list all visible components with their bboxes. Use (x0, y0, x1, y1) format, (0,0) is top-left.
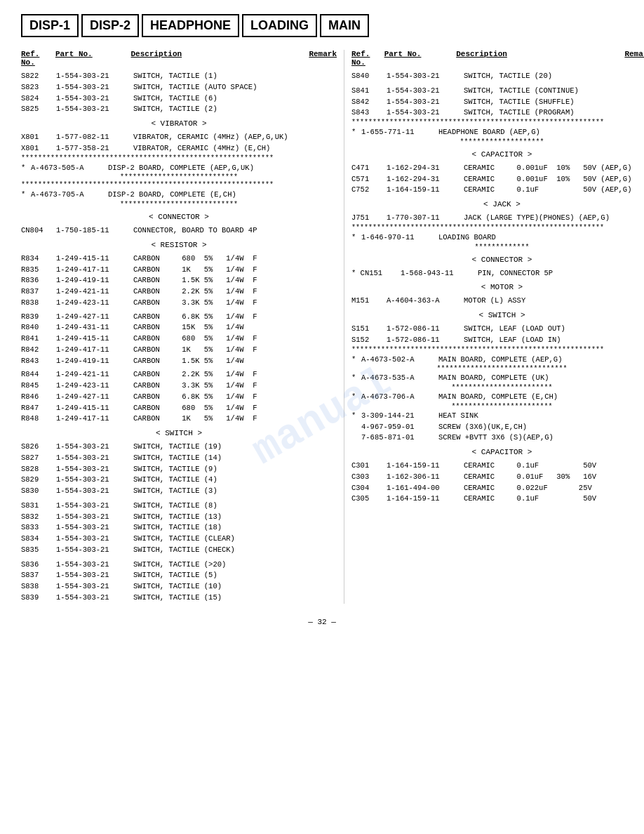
list-item: S8421-554-303-21SWITCH, TACTILE (SHUFFLE… (351, 97, 644, 108)
list-item: * CN1511-568-943-11PIN, CONNECTOR 5P (351, 268, 644, 279)
list-item: R8371-249-421-11CARBON 2.2K 5% 1/4W F (21, 286, 337, 298)
stars-right-1: ****************************************… (351, 119, 644, 127)
vibrator-rows: X8011-577-082-11VIBRATOR, CERAMIC (4MHz)… (21, 132, 337, 154)
list-item: S8271-554-303-21SWITCH, TACTILE (14) (21, 453, 337, 464)
board2-row: * A-4673-705-A DISP-2 BOARD, COMPLETE (E… (21, 190, 337, 201)
list-item: C3051-164-159-11CERAMIC 0.1uF 50V (351, 494, 644, 505)
header: DISP-1 DISP-2 HEADPHONE LOADING MAIN (21, 14, 623, 37)
list-item: S8341-554-303-21SWITCH, TACTILE (CLEAR) (21, 534, 337, 545)
switch-rows-2: S8261-554-303-21SWITCH, TACTILE (19) S82… (21, 442, 337, 497)
list-item: R8381-249-423-11CARBON 3.3K 5% 1/4W F (21, 298, 337, 309)
right-switches-top: S8401-554-303-21SWITCH, TACTILE (20) S84… (351, 71, 644, 119)
jack-title: < JACK > (351, 200, 644, 208)
connector-title-right: < CONNECTOR > (351, 256, 644, 264)
tab-headphone[interactable]: HEADPHONE (142, 14, 239, 37)
list-item: R8361-249-419-11CARBON 1.5K 5% 1/4W F (21, 275, 337, 286)
switch-rows-top: S8221-554-303-21SWITCH, TACTILE (1) S823… (21, 71, 337, 115)
list-item: R8451-249-423-11CARBON 3.3K 5% 1/4W F (21, 380, 337, 392)
list-item: S8321-554-303-21SWITCH, TACTILE (13) (21, 512, 337, 523)
switch-title-right: < SWITCH > (351, 311, 644, 319)
loading-stars: ************* (351, 244, 644, 251)
list-item: R8431-249-419-11CARBON 1.5K 5% 1/4W (21, 356, 337, 367)
list-item: S8391-554-303-21SWITCH, TACTILE (15) (21, 593, 337, 604)
tab-disp1[interactable]: DISP-1 (21, 14, 79, 37)
col-headers-left: Ref. No. Part No. Description Remark (21, 50, 337, 67)
list-item: S8411-554-303-21SWITCH, TACTILE (CONTINU… (351, 86, 644, 97)
list-item: S8241-554-303-21SWITCH, TACTILE (6) (21, 93, 337, 105)
list-item: R8341-249-415-11CARBON 680 5% 1/4W F (21, 253, 337, 265)
stars-right-2: ****************************************… (351, 224, 644, 232)
main3-row: * A-4673-706-A MAIN BOARD, COMPLETE (E,C… (351, 392, 644, 403)
main1-row: * A-4673-502-A MAIN BOARD, COMPLETE (AEP… (351, 355, 644, 366)
stars-1: ****************************************… (21, 154, 337, 163)
headphone-row: * 1-655-771-11 HEADPHONE BOARD (AEP,G) (351, 127, 644, 138)
list-item: CN8041-750-185-11CONNECTOR, BOARD TO BOA… (21, 225, 337, 237)
main2-row: * A-4673-535-A MAIN BOARD, COMPLETE (UK) (351, 373, 644, 384)
list-item: S8221-554-303-21SWITCH, TACTILE (1) (21, 71, 337, 82)
capacitor-title-right: < CAPACITOR > (351, 150, 644, 159)
page-number: — 32 — (21, 618, 623, 626)
header-remark-right: Remark (613, 50, 644, 67)
list-item: 7-685-871-01SCREW +BVTT 3X6 (S)(AEP,G) (351, 432, 644, 444)
list-item: S1521-572-086-11SWITCH, LEAF (LOAD IN) (351, 335, 644, 346)
list-item: S1511-572-086-11SWITCH, LEAF (LOAD OUT) (351, 324, 644, 335)
main3-stars: ************************ (351, 403, 644, 411)
list-item: R8351-249-417-11CARBON 1K 5% 1/4W F (21, 265, 337, 276)
headphone-stars: ******************** (351, 138, 644, 146)
vibrator-title: < VIBRATOR > (21, 119, 337, 128)
list-item: C5711-162-294-31CERAMIC 0.001uF 10% 50V … (351, 174, 644, 185)
left-column: Ref. No. Part No. Description Remark S82… (21, 50, 344, 604)
main-content: Ref. No. Part No. Description Remark S82… (21, 50, 623, 604)
list-item: S8291-554-303-21SWITCH, TACTILE (4) (21, 475, 337, 486)
resistor-title: < RESISTOR > (21, 241, 337, 249)
stars-right-3: ****************************************… (351, 346, 644, 355)
list-item: C3031-162-306-11CERAMIC 0.01uF 30% 16V (351, 472, 644, 483)
list-item: C3041-161-494-00CERAMIC 0.022uF 25V (351, 483, 644, 494)
list-item: X8011-577-358-21VIBRATOR, CERAMIC (4MHz)… (21, 143, 337, 154)
tab-loading[interactable]: LOADING (242, 14, 317, 37)
list-item: R8441-249-421-11CARBON 2.2K 5% 1/4W F (21, 369, 337, 380)
right-column: Ref. No. Part No. Description Remark S84… (344, 50, 644, 604)
list-item: X8011-577-082-11VIBRATOR, CERAMIC (4MHz)… (21, 132, 337, 143)
header-remark-left: Remark (295, 50, 337, 67)
header-refno-left: Ref. No. (21, 50, 55, 67)
list-item: S8361-554-303-21SWITCH, TACTILE (>20) (21, 560, 337, 571)
connector-title-left: < CONNECTOR > (21, 213, 337, 221)
right-switch-rows: S1511-572-086-11SWITCH, LEAF (LOAD OUT) … (351, 324, 644, 346)
tab-main[interactable]: MAIN (320, 14, 369, 37)
main2-stars: ************************ (351, 384, 644, 392)
col-headers-right: Ref. No. Part No. Description Remark (351, 50, 644, 67)
list-item: R8471-249-415-11CARBON 680 5% 1/4W F (21, 403, 337, 414)
list-item: R8461-249-427-11CARBON 6.8K 5% 1/4W F (21, 392, 337, 403)
list-item: S8251-554-303-21SWITCH, TACTILE (2) (21, 104, 337, 115)
loading-row: * 1-646-970-11 LOADING BOARD (351, 232, 644, 244)
list-item: R8421-249-417-11CARBON 1K 5% 1/4W F (21, 345, 337, 356)
stars-2: ****************************************… (21, 181, 337, 190)
list-item: C4711-162-294-31CERAMIC 0.001uF 10% 50V … (351, 163, 644, 174)
list-item: S8401-554-303-21SWITCH, TACTILE (20) (351, 71, 644, 82)
list-item: S8371-554-303-21SWITCH, TACTILE (5) (21, 570, 337, 581)
list-item: J7511-770-307-11JACK (LARGE TYPE)(PHONES… (351, 213, 644, 224)
list-item: S8311-554-303-21SWITCH, TACTILE (8) (21, 501, 337, 512)
tab-disp2[interactable]: DISP-2 (81, 14, 139, 37)
heatsink-row: * 3-309-144-21 HEAT SINK (351, 411, 644, 422)
motor-title: < MOTOR > (351, 283, 644, 291)
switch-rows-3: S8311-554-303-21SWITCH, TACTILE (8) S832… (21, 501, 337, 556)
header-desc-left: Description (131, 50, 296, 67)
list-item: R8401-249-431-11CARBON 15K 5% 1/4W (21, 322, 337, 333)
list-item: S8261-554-303-21SWITCH, TACTILE (19) (21, 442, 337, 453)
list-item: S8231-554-303-21SWITCH, TACTILE (AUTO SP… (21, 82, 337, 93)
switch-title2: < SWITCH > (21, 429, 337, 437)
switch-rows-4: S8361-554-303-21SWITCH, TACTILE (>20) S8… (21, 560, 337, 604)
stars-2b: **************************** (21, 201, 337, 208)
header-refno-right: Ref. No. (351, 50, 384, 67)
list-item: M151A-4604-363-AMOTOR (L) ASSY (351, 296, 644, 307)
resistor-rows: R8341-249-415-11CARBON 680 5% 1/4W F R83… (21, 253, 337, 425)
stars-1b: **************************** (21, 173, 337, 181)
header-desc-right: Description (456, 50, 613, 67)
list-item: R8411-249-415-11CARBON 680 5% 1/4W F (21, 333, 337, 345)
list-item: S8381-554-303-21SWITCH, TACTILE (10) (21, 581, 337, 593)
capacitor-title2-right: < CAPACITOR > (351, 448, 644, 456)
list-item: R8481-249-417-11CARBON 1K 5% 1/4W F (21, 413, 337, 425)
jack-rows: J7511-770-307-11JACK (LARGE TYPE)(PHONES… (351, 213, 644, 224)
